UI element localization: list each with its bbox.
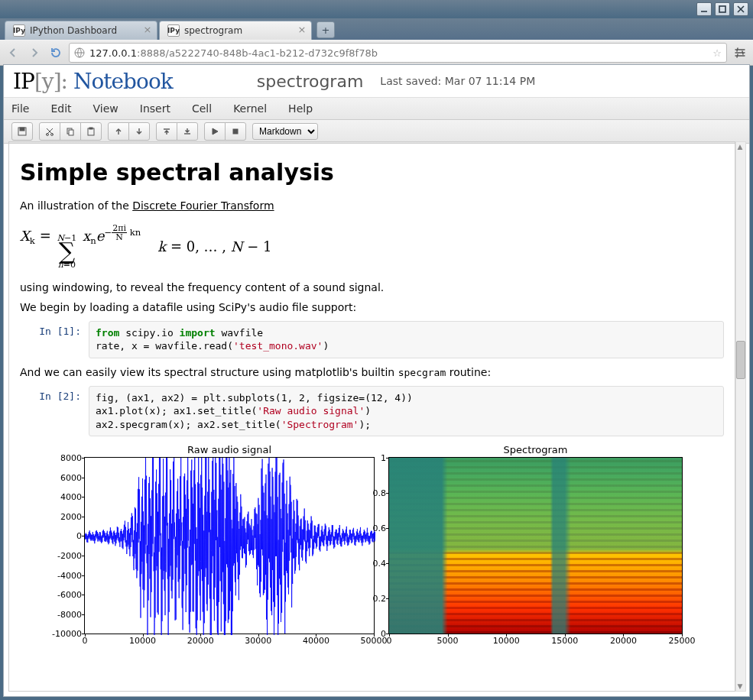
stop-button[interactable] bbox=[225, 122, 246, 141]
input-prompt: In [2]: bbox=[20, 386, 89, 437]
markdown-text: And we can easily view its spectral stru… bbox=[20, 366, 724, 378]
code-input[interactable]: fig, (ax1, ax2) = plt.subplots(1, 2, fig… bbox=[89, 386, 724, 437]
spectrogram-image bbox=[389, 458, 682, 634]
run-button[interactable] bbox=[204, 122, 226, 141]
globe-icon bbox=[74, 47, 85, 58]
browser-tab-dashboard[interactable]: IPy IPython Dashboard × bbox=[5, 21, 157, 40]
window-minimize-button[interactable] bbox=[696, 2, 712, 16]
new-tab-button[interactable]: + bbox=[316, 21, 335, 38]
equation: Xk = N−1∑n=0 xne−2πiN kn k = 0, … , N − … bbox=[20, 224, 724, 269]
browser-tabstrip: IPy IPython Dashboard × IPy spectrogram … bbox=[0, 18, 753, 40]
markdown-text: An illustration of the Discrete Fourier … bbox=[20, 199, 724, 212]
waveform-plot bbox=[85, 458, 375, 635]
window-close-button[interactable] bbox=[733, 2, 748, 16]
window-maximize-button[interactable] bbox=[715, 2, 730, 16]
menu-insert[interactable]: Insert bbox=[140, 102, 170, 115]
input-prompt: In [1]: bbox=[20, 321, 89, 358]
y-tick-label: -2000 bbox=[57, 551, 85, 561]
plot-axes: -10000-8000-6000-4000-200002000400060008… bbox=[84, 457, 375, 634]
y-tick-label: -4000 bbox=[57, 570, 85, 580]
scrollbar-thumb[interactable] bbox=[736, 341, 745, 379]
cell-type-select[interactable]: Markdown bbox=[252, 123, 318, 140]
code-cell: In [2]: fig, (ax1, ax2) = plt.subplots(1… bbox=[20, 386, 724, 437]
notebook-toolbar: Markdown bbox=[4, 120, 749, 144]
svg-point-7 bbox=[47, 134, 49, 136]
scroll-up-arrow[interactable]: ▲ bbox=[736, 142, 744, 151]
notebook-body[interactable]: Simple spectral analysis An illustration… bbox=[8, 141, 735, 692]
window-titlebar bbox=[0, 0, 753, 18]
bookmark-star-icon[interactable]: ☆ bbox=[712, 47, 722, 59]
notebook-menubar: File Edit View Insert Cell Kernel Help bbox=[4, 98, 749, 120]
move-down-button[interactable] bbox=[128, 122, 150, 141]
copy-button[interactable] bbox=[60, 122, 81, 141]
y-tick-label: -8000 bbox=[57, 609, 85, 619]
menu-file[interactable]: File bbox=[11, 102, 29, 115]
menu-edit[interactable]: Edit bbox=[50, 102, 71, 115]
paste-button[interactable] bbox=[80, 122, 102, 141]
scrollbar[interactable]: ▲ ▼ bbox=[735, 141, 746, 692]
scroll-down-arrow[interactable]: ▼ bbox=[736, 682, 744, 691]
cut-button[interactable] bbox=[39, 122, 60, 141]
browser-settings-button[interactable] bbox=[732, 44, 748, 61]
ipython-logo: IP[y]: Notebook bbox=[13, 69, 173, 94]
nav-forward-button[interactable] bbox=[26, 44, 43, 61]
y-tick-label: -6000 bbox=[57, 590, 85, 600]
code-input[interactable]: from scipy.io import wavfile rate, x = w… bbox=[89, 321, 724, 358]
code-cell: In [1]: from scipy.io import wavfile rat… bbox=[20, 321, 724, 358]
tab-label: IPython Dashboard bbox=[30, 25, 117, 36]
page-content: IP[y]: Notebook spectrogram Last saved: … bbox=[3, 64, 750, 697]
tab-label: spectrogram bbox=[184, 25, 242, 36]
plot-title: Spectrogram bbox=[388, 444, 683, 455]
menu-help[interactable]: Help bbox=[288, 102, 313, 115]
markdown-text: We begin by loading a datafile using Sci… bbox=[20, 301, 724, 313]
svg-rect-12 bbox=[89, 128, 93, 129]
favicon-icon: IPy bbox=[167, 24, 180, 37]
plot-title: Raw audio signal bbox=[84, 444, 375, 455]
last-saved-text: Last saved: Mar 07 11:14 PM bbox=[380, 75, 535, 87]
plot-raw-audio: Raw audio signal -10000-8000-6000-4000-2… bbox=[84, 444, 375, 634]
plot-spectrogram: Spectrogram 00.20.40.60.8105000100001500… bbox=[388, 444, 683, 634]
nav-reload-button[interactable] bbox=[47, 44, 64, 61]
favicon-icon: IPy bbox=[13, 24, 25, 37]
plot-axes: 00.20.40.60.810500010000150002000025000 bbox=[388, 457, 683, 634]
browser-navbar: 127.0.0.1:8888/a5222740-848b-4ac1-b212-d… bbox=[0, 40, 753, 66]
y-tick-label: -10000 bbox=[52, 629, 85, 639]
tab-close-button[interactable]: × bbox=[143, 25, 152, 34]
svg-rect-15 bbox=[233, 129, 238, 134]
svg-rect-6 bbox=[20, 128, 24, 131]
notebook-header: IP[y]: Notebook spectrogram Last saved: … bbox=[4, 65, 749, 98]
markdown-heading: Simple spectral analysis bbox=[20, 159, 724, 186]
insert-above-button[interactable] bbox=[156, 122, 177, 141]
url-input[interactable]: 127.0.0.1:8888/a5222740-848b-4ac1-b212-d… bbox=[69, 43, 727, 63]
insert-below-button[interactable] bbox=[177, 122, 198, 141]
markdown-text: using windowing, to reveal the frequency… bbox=[20, 281, 724, 293]
svg-rect-1 bbox=[719, 6, 725, 12]
save-button[interactable] bbox=[11, 122, 33, 141]
output-plots: Raw audio signal -10000-8000-6000-4000-2… bbox=[84, 444, 724, 634]
menu-view[interactable]: View bbox=[93, 102, 118, 115]
application-window: IPy IPython Dashboard × IPy spectrogram … bbox=[0, 0, 753, 700]
menu-kernel[interactable]: Kernel bbox=[233, 102, 267, 115]
move-up-button[interactable] bbox=[108, 122, 129, 141]
url-text: 127.0.0.1:8888/a5222740-848b-4ac1-b212-d… bbox=[89, 47, 378, 59]
svg-point-8 bbox=[51, 134, 54, 136]
browser-tab-notebook[interactable]: IPy spectrogram × bbox=[159, 21, 312, 40]
dft-link[interactable]: Discrete Fourier Transform bbox=[132, 199, 274, 212]
nav-back-button[interactable] bbox=[5, 44, 21, 61]
menu-cell[interactable]: Cell bbox=[192, 102, 212, 115]
svg-rect-10 bbox=[69, 130, 73, 135]
notebook-name[interactable]: spectrogram bbox=[257, 72, 364, 91]
tab-close-button[interactable]: × bbox=[297, 25, 307, 34]
